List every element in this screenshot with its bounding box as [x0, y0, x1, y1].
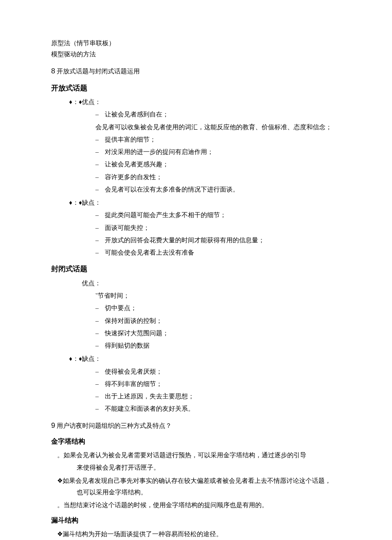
funnel-block: 漏斗结构 ❖漏斗结构为开始一场面谈提供了一种容易而轻松的途径。 当被会见者对这个…: [51, 515, 349, 540]
body-text: 。当想结束讨论这个话题的时候，使用金字塔结构的提问顺序也是有用的。: [51, 500, 349, 510]
open-pros-label: ♦：♦优点：: [51, 97, 349, 107]
closed-cons-label: ♦：♦缺点：: [51, 354, 349, 364]
closed-heading: 封闭式话题: [51, 264, 349, 275]
top-line-1: 原型法（情节串联板）: [51, 38, 349, 48]
open-pros-list: –让被会见者感到自在； 会见者可以收集被会见者使用的词汇，这能反应他的教育、价值…: [51, 110, 349, 195]
list-item: –可能会使会见者看上去没有准备: [95, 248, 349, 258]
list-item: –让被会见者更感兴趣；: [95, 160, 349, 169]
list-item: –保持对面谈的控制；: [95, 316, 349, 326]
body-text: ❖如果会见者发现自己事先对事实的确认存在较大偏差或者被会见者看上去不情愿讨论这个…: [51, 476, 349, 486]
open-heading: 开放式话题: [51, 83, 349, 94]
list-item: 会见者可以收集被会见者使用的词汇，这能反应他的教育、价值标准、态度和信念；: [95, 122, 349, 132]
section-8-text: 开放式话题与封闭式话题运用: [57, 68, 140, 75]
list-item: –切中要点；: [95, 303, 349, 313]
list-item: –快速探讨大范围问题；: [95, 328, 349, 338]
list-item: –提此类问题可能会产生太多不相干的细节；: [95, 210, 349, 220]
list-item: –得到贴切的数据: [95, 341, 349, 351]
list-item: –不能建立和面谈者的友好关系。: [95, 404, 349, 414]
section-9-text: 用户访夜时问题组织的三种方式及特点？: [57, 422, 172, 429]
funnel-heading: 漏斗结构: [51, 515, 349, 526]
open-cons-list: –提此类问题可能会产生太多不相干的细节； –面谈可能失控； –开放式的回答会花费…: [51, 210, 349, 258]
list-item: –开放式的回答会花费大量的时间才能获得有用的信息量；: [95, 235, 349, 245]
closed-cons-list: –使得被会见者厌烦； –得不到丰富的细节； –出于上述原因，失去主要思想； –不…: [51, 367, 349, 414]
section-8-title: 8开放式话题与封闭式话题运用: [51, 66, 349, 77]
open-cons-label: ♦：♦缺点：: [51, 198, 349, 208]
body-text: 来使得被会见者打开话匣子。: [51, 463, 349, 473]
top-line-2: 模型驱动的方法: [51, 49, 349, 59]
list-item: –会见者可以在没有太多准备的情况下进行面谈。: [95, 185, 349, 195]
list-item: –得不到丰富的细节；: [95, 379, 349, 389]
body-text: 也可以采用金字塔结构。: [51, 488, 349, 497]
list-item: –容许更多的自发性；: [95, 172, 349, 182]
pyramid-block: 金字塔结构 。如果会见者认为被会见者需要对话题进行预热，可以采用金字塔结构，通过…: [51, 436, 349, 510]
section-8-num: 8: [51, 67, 55, 75]
section-9-num: 9: [51, 421, 55, 430]
pyramid-heading: 金字塔结构: [51, 436, 349, 447]
list-item: –出于上述原因，失去主要思想；: [95, 392, 349, 401]
body-text: ❖漏斗结构为开始一场面谈提供了一种容易而轻松的途径。: [51, 529, 349, 539]
closed-pros-label: 优点：: [51, 279, 349, 288]
closed-pros-list: –切中要点； –保持对面谈的控制； –快速探讨大范围问题； –得到贴切的数据: [51, 303, 349, 351]
list-item: –对没采用的进一步的提问有启迪作用；: [95, 147, 349, 157]
body-text: 。如果会见者认为被会见者需要对话题进行预热，可以采用金字塔结构，通过逐步的引导: [51, 450, 349, 460]
list-item: –使得被会见者厌烦；: [95, 367, 349, 377]
list-item: –让被会见者感到自在；: [95, 110, 349, 119]
closed-pros-first: ˜节省时间；: [51, 291, 349, 301]
list-item: –提供丰富的细节；: [95, 135, 349, 145]
list-item: –面谈可能失控；: [95, 223, 349, 233]
section-9-title: 9用户访夜时问题组织的三种方式及特点？: [51, 420, 349, 431]
